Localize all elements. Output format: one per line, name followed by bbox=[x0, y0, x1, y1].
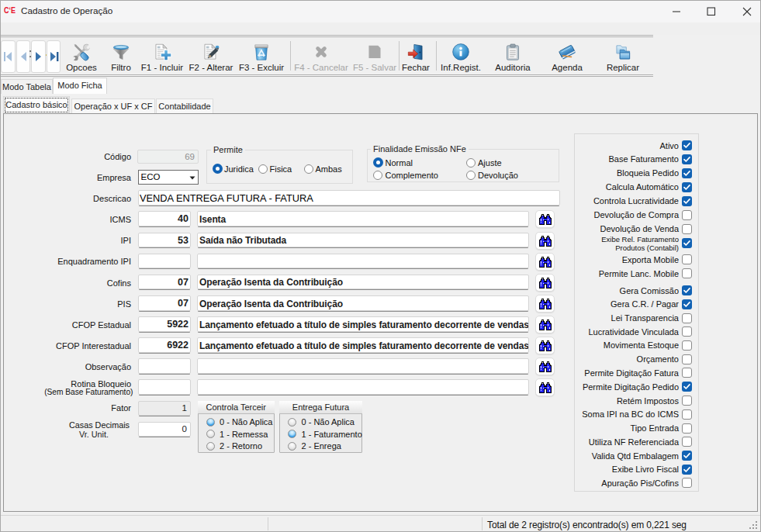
svg-text:CʻE: CʻE bbox=[4, 6, 16, 14]
